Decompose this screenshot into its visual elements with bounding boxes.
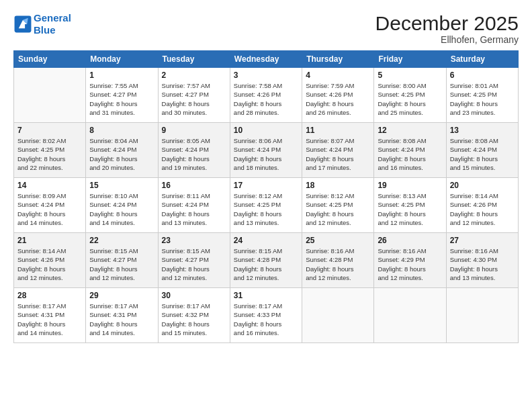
- day-info: Sunrise: 8:14 AMSunset: 4:26 PMDaylight:…: [17, 246, 82, 282]
- weekday-header-row: Sunday Monday Tuesday Wednesday Thursday…: [14, 51, 519, 68]
- day-info: Sunrise: 8:00 AMSunset: 4:25 PMDaylight:…: [378, 81, 442, 117]
- day-info: Sunrise: 8:15 AMSunset: 4:27 PMDaylight:…: [162, 246, 226, 282]
- day-number: 20: [450, 181, 515, 190]
- day-info: Sunrise: 7:55 AMSunset: 4:27 PMDaylight:…: [89, 81, 154, 117]
- day-info: Sunrise: 8:14 AMSunset: 4:26 PMDaylight:…: [450, 191, 515, 227]
- day-number: 3: [234, 71, 298, 80]
- day-info: Sunrise: 8:02 AMSunset: 4:25 PMDaylight:…: [17, 136, 82, 172]
- table-row: 28Sunrise: 8:17 AMSunset: 4:31 PMDayligh…: [14, 288, 86, 343]
- day-number: 24: [234, 236, 298, 245]
- day-info: Sunrise: 7:58 AMSunset: 4:26 PMDaylight:…: [234, 81, 298, 117]
- calendar-title: December 2025: [375, 12, 519, 34]
- table-row: 5Sunrise: 8:00 AMSunset: 4:25 PMDaylight…: [374, 68, 446, 123]
- day-number: 19: [378, 181, 442, 190]
- day-info: Sunrise: 7:59 AMSunset: 4:26 PMDaylight:…: [306, 81, 370, 117]
- calendar-week-row: 1Sunrise: 7:55 AMSunset: 4:27 PMDaylight…: [14, 68, 519, 123]
- table-row: 13Sunrise: 8:08 AMSunset: 4:24 PMDayligh…: [446, 123, 518, 178]
- day-info: Sunrise: 8:12 AMSunset: 4:25 PMDaylight:…: [234, 191, 298, 227]
- table-row: 12Sunrise: 8:08 AMSunset: 4:24 PMDayligh…: [374, 123, 446, 178]
- table-row: 2Sunrise: 7:57 AMSunset: 4:27 PMDaylight…: [158, 68, 230, 123]
- day-info: Sunrise: 8:13 AMSunset: 4:25 PMDaylight:…: [378, 191, 442, 227]
- table-row: 16Sunrise: 8:11 AMSunset: 4:24 PMDayligh…: [158, 178, 230, 233]
- table-row: 6Sunrise: 8:01 AMSunset: 4:25 PMDaylight…: [446, 68, 518, 123]
- header-sunday: Sunday: [14, 51, 86, 68]
- table-row: 31Sunrise: 8:17 AMSunset: 4:33 PMDayligh…: [230, 288, 302, 343]
- table-row: 14Sunrise: 8:09 AMSunset: 4:24 PMDayligh…: [14, 178, 86, 233]
- calendar-week-row: 28Sunrise: 8:17 AMSunset: 4:31 PMDayligh…: [14, 288, 519, 343]
- day-number: 9: [162, 126, 226, 135]
- day-info: Sunrise: 8:17 AMSunset: 4:33 PMDaylight:…: [234, 302, 298, 337]
- table-row: [14, 68, 86, 123]
- day-number: 5: [378, 71, 442, 80]
- day-info: Sunrise: 8:15 AMSunset: 4:28 PMDaylight:…: [234, 246, 298, 282]
- calendar-subtitle: Ellhofen, Germany: [375, 34, 519, 45]
- table-row: [302, 288, 374, 343]
- day-info: Sunrise: 8:16 AMSunset: 4:28 PMDaylight:…: [306, 246, 370, 282]
- logo-text: General Blue: [34, 12, 71, 36]
- calendar-week-row: 14Sunrise: 8:09 AMSunset: 4:24 PMDayligh…: [14, 178, 519, 233]
- day-number: 6: [450, 71, 515, 80]
- day-number: 7: [17, 126, 82, 135]
- day-number: 17: [234, 181, 298, 190]
- table-row: 24Sunrise: 8:15 AMSunset: 4:28 PMDayligh…: [230, 233, 302, 288]
- logo-icon: [13, 15, 32, 34]
- day-info: Sunrise: 8:11 AMSunset: 4:24 PMDaylight:…: [162, 191, 226, 227]
- day-number: 28: [17, 291, 82, 300]
- day-info: Sunrise: 8:01 AMSunset: 4:25 PMDaylight:…: [450, 81, 515, 117]
- day-number: 10: [234, 126, 298, 135]
- header: General Blue December 2025 Ellhofen, Ger…: [13, 12, 519, 45]
- table-row: 29Sunrise: 8:17 AMSunset: 4:31 PMDayligh…: [86, 288, 158, 343]
- logo-line2: Blue: [34, 24, 56, 36]
- table-row: 15Sunrise: 8:10 AMSunset: 4:24 PMDayligh…: [86, 178, 158, 233]
- header-friday: Friday: [374, 51, 446, 68]
- day-number: 26: [378, 236, 442, 245]
- table-row: 11Sunrise: 8:07 AMSunset: 4:24 PMDayligh…: [302, 123, 374, 178]
- table-row: 19Sunrise: 8:13 AMSunset: 4:25 PMDayligh…: [374, 178, 446, 233]
- table-row: 17Sunrise: 8:12 AMSunset: 4:25 PMDayligh…: [230, 178, 302, 233]
- header-tuesday: Tuesday: [158, 51, 230, 68]
- table-row: 4Sunrise: 7:59 AMSunset: 4:26 PMDaylight…: [302, 68, 374, 123]
- table-row: 8Sunrise: 8:04 AMSunset: 4:24 PMDaylight…: [86, 123, 158, 178]
- day-number: 11: [306, 126, 370, 135]
- day-number: 30: [162, 291, 226, 300]
- day-info: Sunrise: 8:15 AMSunset: 4:27 PMDaylight:…: [89, 246, 154, 282]
- day-number: 21: [17, 236, 82, 245]
- table-row: 23Sunrise: 8:15 AMSunset: 4:27 PMDayligh…: [158, 233, 230, 288]
- day-info: Sunrise: 8:09 AMSunset: 4:24 PMDaylight:…: [17, 191, 82, 227]
- day-number: 14: [17, 181, 82, 190]
- day-info: Sunrise: 8:17 AMSunset: 4:31 PMDaylight:…: [17, 302, 82, 337]
- day-number: 27: [450, 236, 515, 245]
- table-row: [374, 288, 446, 343]
- table-row: 26Sunrise: 8:16 AMSunset: 4:29 PMDayligh…: [374, 233, 446, 288]
- title-block: December 2025 Ellhofen, Germany: [375, 12, 519, 45]
- table-row: 20Sunrise: 8:14 AMSunset: 4:26 PMDayligh…: [446, 178, 518, 233]
- day-info: Sunrise: 7:57 AMSunset: 4:27 PMDaylight:…: [162, 81, 226, 117]
- header-monday: Monday: [86, 51, 158, 68]
- table-row: 7Sunrise: 8:02 AMSunset: 4:25 PMDaylight…: [14, 123, 86, 178]
- day-number: 18: [306, 181, 370, 190]
- day-info: Sunrise: 8:06 AMSunset: 4:24 PMDaylight:…: [234, 136, 298, 172]
- table-row: 30Sunrise: 8:17 AMSunset: 4:32 PMDayligh…: [158, 288, 230, 343]
- calendar-week-row: 7Sunrise: 8:02 AMSunset: 4:25 PMDaylight…: [14, 123, 519, 178]
- table-row: [446, 288, 518, 343]
- calendar-week-row: 21Sunrise: 8:14 AMSunset: 4:26 PMDayligh…: [14, 233, 519, 288]
- day-number: 8: [89, 126, 154, 135]
- calendar-table: Sunday Monday Tuesday Wednesday Thursday…: [13, 50, 519, 343]
- day-info: Sunrise: 8:05 AMSunset: 4:24 PMDaylight:…: [162, 136, 226, 172]
- day-info: Sunrise: 8:10 AMSunset: 4:24 PMDaylight:…: [89, 191, 154, 227]
- table-row: 21Sunrise: 8:14 AMSunset: 4:26 PMDayligh…: [14, 233, 86, 288]
- day-number: 1: [89, 71, 154, 80]
- day-number: 13: [450, 126, 515, 135]
- table-row: 10Sunrise: 8:06 AMSunset: 4:24 PMDayligh…: [230, 123, 302, 178]
- day-number: 12: [378, 126, 442, 135]
- logo: General Blue: [13, 12, 71, 36]
- day-number: 25: [306, 236, 370, 245]
- table-row: 18Sunrise: 8:12 AMSunset: 4:25 PMDayligh…: [302, 178, 374, 233]
- table-row: 25Sunrise: 8:16 AMSunset: 4:28 PMDayligh…: [302, 233, 374, 288]
- day-number: 23: [162, 236, 226, 245]
- header-thursday: Thursday: [302, 51, 374, 68]
- header-saturday: Saturday: [446, 51, 518, 68]
- table-row: 9Sunrise: 8:05 AMSunset: 4:24 PMDaylight…: [158, 123, 230, 178]
- day-info: Sunrise: 8:17 AMSunset: 4:32 PMDaylight:…: [162, 302, 226, 337]
- day-number: 2: [162, 71, 226, 80]
